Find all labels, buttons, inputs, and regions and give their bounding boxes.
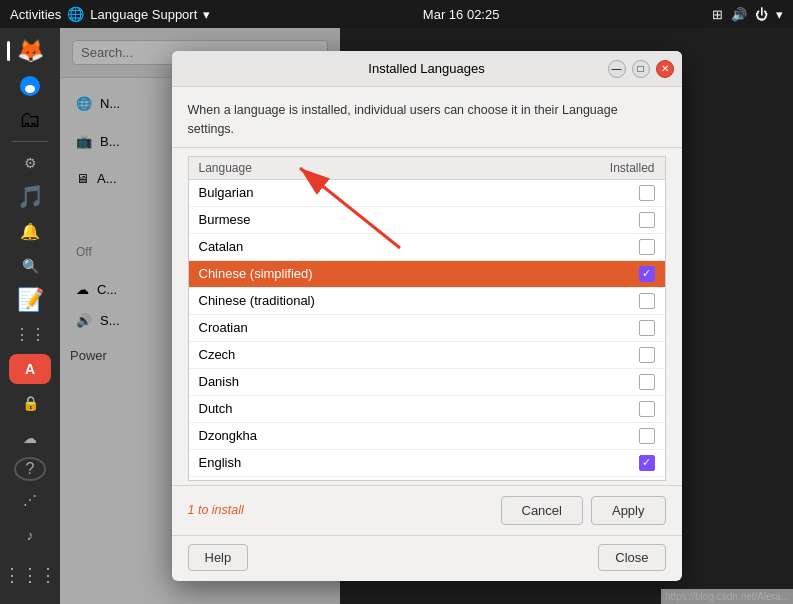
language-list-item[interactable]: Dutch [189, 396, 665, 423]
language-list-container: Language Installed BulgarianBurmeseCatal… [188, 156, 666, 481]
globe-icon: 🌐 [67, 6, 84, 22]
language-name: English [199, 455, 242, 470]
language-name: Burmese [199, 212, 251, 227]
network-icon: ⊞ [712, 7, 723, 22]
taskbar-icon-files[interactable]: 🗂 [9, 105, 51, 135]
language-checkbox[interactable] [639, 239, 655, 255]
chevron-down-icon: ▾ [203, 7, 210, 22]
language-name: Catalan [199, 239, 244, 254]
top-bar: Activities 🌐 Language Support ▾ Mar 16 0… [0, 0, 793, 28]
language-support-label[interactable]: Language Support [90, 7, 197, 22]
language-name: Czech [199, 347, 236, 362]
language-name: Chinese (traditional) [199, 293, 315, 308]
help-button[interactable]: Help [188, 544, 249, 571]
power-icon: ⏻ [755, 7, 768, 22]
dialog-info-text: When a language is installed, individual… [172, 87, 682, 148]
language-checkbox[interactable]: ✓ [639, 266, 655, 282]
language-checkbox[interactable] [639, 185, 655, 201]
dialog-minimize-btn[interactable]: — [608, 60, 626, 78]
dialog-close-btn[interactable]: ✕ [656, 60, 674, 78]
language-checkbox[interactable] [639, 293, 655, 309]
language-name: Chinese (simplified) [199, 266, 313, 281]
language-list-item[interactable]: Esperanto [189, 477, 665, 480]
taskbar-icon-rhythmbox[interactable]: 🎵 [9, 182, 51, 212]
language-name: Dzongkha [199, 428, 258, 443]
modal-overlay: Installed Languages — □ ✕ When a languag… [60, 28, 793, 604]
taskbar-icon-writer[interactable]: 📝 [9, 285, 51, 315]
language-list: BulgarianBurmeseCatalanChinese (simplifi… [189, 180, 665, 480]
language-name: Bulgarian [199, 185, 254, 200]
language-list-item[interactable]: Danish [189, 369, 665, 396]
taskbar-icon-appstore[interactable]: A [9, 354, 51, 384]
language-list-item[interactable]: Dzongkha [189, 423, 665, 450]
language-list-item[interactable]: Catalan [189, 234, 665, 261]
language-list-item[interactable]: Bulgarian [189, 180, 665, 207]
taskbar-icon-help[interactable]: ? [14, 457, 46, 481]
taskbar-icon-notifications[interactable]: 🔔 [9, 217, 51, 247]
language-list-item[interactable]: Burmese [189, 207, 665, 234]
taskbar-icon-apps[interactable]: ⋮⋮⋮ [9, 554, 51, 596]
language-list-item[interactable]: Chinese (traditional) [189, 288, 665, 315]
taskbar: 🦊 🗂 ⚙ 🎵 🔔 🔍 📝 ⋮⋮ A 🔒 ☁ ? ⋰ ♪ ⋮⋮⋮ [0, 28, 60, 604]
dialog-window-buttons: — □ ✕ [608, 60, 674, 78]
language-list-item[interactable]: Czech [189, 342, 665, 369]
language-checkbox[interactable]: ✓ [639, 455, 655, 471]
language-name: Danish [199, 374, 239, 389]
datetime-display: Mar 16 02:25 [210, 7, 712, 22]
language-checkbox[interactable] [639, 374, 655, 390]
dialog-titlebar: Installed Languages — □ ✕ [172, 51, 682, 87]
language-list-item[interactable]: Chinese (simplified)✓ [189, 261, 665, 288]
language-list-item[interactable]: Croatian [189, 315, 665, 342]
apply-button[interactable]: Apply [591, 496, 666, 525]
taskbar-icon-share[interactable]: ⋰ [9, 485, 51, 515]
installed-languages-dialog: Installed Languages — □ ✕ When a languag… [172, 51, 682, 581]
taskbar-icon-grid[interactable]: ⋮⋮ [9, 320, 51, 350]
dialog-title: Installed Languages [180, 61, 674, 76]
language-list-item[interactable]: English✓ [189, 450, 665, 477]
language-checkbox[interactable] [639, 347, 655, 363]
volume-icon: 🔊 [731, 7, 747, 22]
language-name: Croatian [199, 320, 248, 335]
dialog-helpbar: Help Close [172, 535, 682, 581]
taskbar-icon-firefox[interactable]: 🦊 [9, 36, 51, 66]
top-bar-right: ⊞ 🔊 ⏻ ▾ [712, 7, 783, 22]
language-table-header: Language Installed [189, 157, 665, 180]
activities-label[interactable]: Activities [10, 7, 61, 22]
dialog-footer-buttons: Cancel Apply [501, 496, 666, 525]
taskbar-icon-music[interactable]: ♪ [9, 520, 51, 550]
close-button[interactable]: Close [598, 544, 665, 571]
language-checkbox[interactable] [639, 428, 655, 444]
top-bar-left: Activities 🌐 Language Support ▾ [10, 6, 210, 22]
taskbar-icon-cloud[interactable]: ☁ [9, 423, 51, 453]
language-checkbox[interactable] [639, 212, 655, 228]
svg-point-1 [25, 85, 35, 93]
dialog-footer: 1 to install Cancel Apply [172, 485, 682, 535]
language-name: Dutch [199, 401, 233, 416]
taskbar-icon-bluetooth[interactable]: ⚙ [9, 148, 51, 178]
taskbar-icon-thunderbird[interactable] [9, 70, 51, 100]
arrow-down-icon: ▾ [776, 7, 783, 22]
dialog-maximize-btn[interactable]: □ [632, 60, 650, 78]
language-checkbox[interactable] [639, 401, 655, 417]
taskbar-icon-lock[interactable]: 🔒 [9, 388, 51, 418]
language-checkbox[interactable] [639, 320, 655, 336]
cancel-button[interactable]: Cancel [501, 496, 583, 525]
watermark: https://blog.csdn.net/Alera... [661, 589, 793, 604]
taskbar-icon-search[interactable]: 🔍 [9, 251, 51, 281]
install-status: 1 to install [188, 503, 244, 517]
col-language: Language [199, 161, 252, 175]
col-installed: Installed [610, 161, 655, 175]
